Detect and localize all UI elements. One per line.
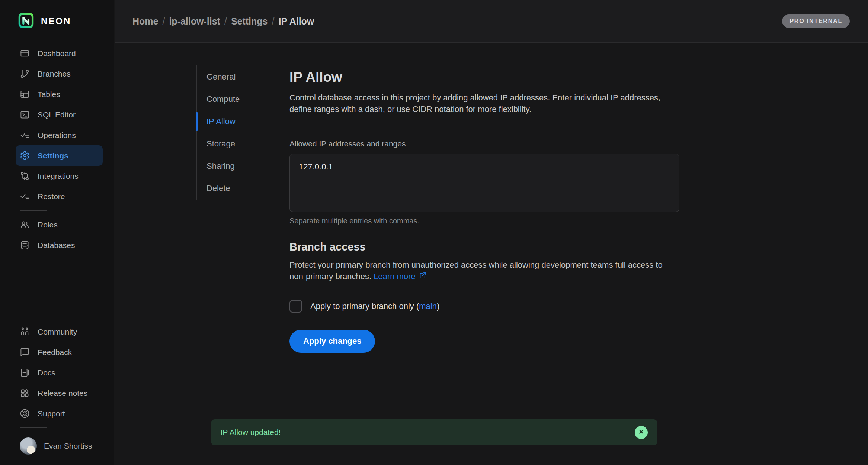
sidebar-item-databases[interactable]: Databases	[16, 235, 103, 255]
sidebar-item-release-notes[interactable]: Release notes	[16, 383, 103, 403]
breadcrumb-current-page: IP Allow	[278, 16, 314, 27]
breadcrumb-separator: /	[162, 16, 165, 27]
integrations-icon	[20, 171, 30, 181]
sidebar-item-settings[interactable]: Settings	[16, 145, 103, 166]
sidebar-item-feedback[interactable]: Feedback	[16, 342, 103, 362]
sidebar-item-label: SQL Editor	[38, 110, 76, 119]
external-link-icon	[419, 271, 427, 282]
checkbox-label-prefix: Apply to primary branch only (	[310, 301, 419, 311]
topbar: Home / ip-allow-list / Settings / IP All…	[115, 0, 868, 43]
sidebar-nav-workspace: Roles Databases	[0, 214, 114, 255]
restore-icon	[20, 191, 30, 201]
sidebar-item-label: Settings	[38, 151, 68, 160]
support-icon	[20, 409, 30, 419]
sidebar-spacer	[0, 255, 114, 322]
sidebar-item-label: Databases	[38, 241, 75, 250]
sidebar-item-label: Operations	[38, 131, 76, 140]
page-description: Control database access in this project …	[289, 92, 669, 115]
sidebar-divider	[20, 210, 47, 211]
apply-changes-button[interactable]: Apply changes	[289, 330, 375, 353]
ip-addresses-textarea[interactable]: 127.0.0.1	[289, 154, 679, 212]
breadcrumb-home[interactable]: Home	[132, 16, 158, 27]
toast-close-button[interactable]	[635, 426, 648, 439]
sidebar-item-label: Support	[38, 409, 65, 418]
settings-tab-storage[interactable]: Storage	[197, 133, 289, 155]
brand-wordmark: NEON	[41, 16, 71, 26]
branch-access-description-text: Protect your primary branch from unautho…	[289, 260, 663, 281]
sidebar-item-tables[interactable]: Tables	[16, 84, 103, 104]
sidebar-item-roles[interactable]: Roles	[16, 214, 103, 235]
sidebar-item-support[interactable]: Support	[16, 403, 103, 424]
settings-subnav: General Compute IP Allow Storage Sharing…	[196, 65, 289, 200]
neon-logomark-icon	[18, 12, 34, 30]
x-icon	[638, 429, 644, 436]
settings-tab-compute[interactable]: Compute	[197, 88, 289, 110]
toast-message: IP Allow updated!	[221, 428, 281, 437]
sidebar-item-label: Dashboard	[38, 49, 76, 58]
sidebar-item-label: Community	[38, 327, 77, 336]
primary-branch-checkbox-label: Apply to primary branch only (main)	[310, 301, 439, 311]
ip-allow-panel: IP Allow Control database access in this…	[289, 65, 679, 465]
sidebar-item-restore[interactable]: Restore	[16, 186, 103, 207]
success-toast: IP Allow updated!	[211, 419, 657, 445]
learn-more-label: Learn more	[374, 271, 416, 282]
settings-tab-ip-allow[interactable]: IP Allow	[197, 110, 289, 133]
sidebar-item-label: Feedback	[38, 348, 72, 357]
page-title: IP Allow	[289, 70, 679, 85]
sidebar-item-dashboard[interactable]: Dashboard	[16, 43, 103, 64]
sql-editor-icon	[20, 110, 30, 120]
sidebar-item-label: Release notes	[38, 389, 87, 398]
sidebar-item-label: Tables	[38, 90, 60, 99]
feedback-icon	[20, 347, 30, 357]
settings-tab-delete[interactable]: Delete	[197, 177, 289, 200]
docs-icon	[20, 368, 30, 378]
settings-gear-icon	[20, 151, 30, 161]
branch-name-link[interactable]: main	[419, 301, 437, 311]
breadcrumb-separator: /	[272, 16, 275, 27]
primary-branch-checkbox[interactable]	[289, 300, 302, 313]
dashboard-icon	[20, 48, 30, 58]
sidebar-item-label: Restore	[38, 192, 65, 201]
brand-logo[interactable]: NEON	[18, 13, 114, 30]
sidebar-item-integrations[interactable]: Integrations	[16, 166, 103, 186]
breadcrumb-separator: /	[224, 16, 227, 27]
plan-badge: PRO INTERNAL	[782, 14, 850, 28]
release-notes-icon	[20, 388, 30, 398]
sidebar-nav-footer: Community Feedback Docs Release notes	[0, 322, 114, 424]
main-content: General Compute IP Allow Storage Sharing…	[115, 43, 868, 465]
sidebar-item-label: Integrations	[38, 172, 79, 181]
user-name: Evan Shortiss	[44, 442, 92, 451]
sidebar-item-label: Docs	[38, 368, 55, 377]
roles-icon	[20, 220, 30, 230]
breadcrumb: Home / ip-allow-list / Settings / IP All…	[132, 16, 314, 27]
sidebar-item-operations[interactable]: Operations	[16, 125, 103, 145]
app-root: NEON Dashboard Branches Tables	[0, 0, 868, 465]
sidebar: NEON Dashboard Branches Tables	[0, 0, 114, 465]
sidebar-item-label: Branches	[38, 70, 71, 78]
tables-icon	[20, 89, 30, 99]
breadcrumb-project[interactable]: ip-allow-list	[169, 16, 220, 27]
ip-field-helper: Separate multiple entries with commas.	[289, 217, 679, 225]
operations-icon	[20, 130, 30, 140]
learn-more-link[interactable]: Learn more	[374, 271, 427, 282]
settings-tab-general[interactable]: General	[197, 66, 289, 88]
branches-icon	[20, 69, 30, 79]
user-avatar	[20, 437, 37, 455]
sidebar-item-branches[interactable]: Branches	[16, 64, 103, 84]
sidebar-item-label: Roles	[38, 220, 58, 229]
checkbox-label-suffix: )	[437, 301, 439, 311]
ip-field-label: Allowed IP addresses and ranges	[289, 139, 679, 148]
branch-access-description: Protect your primary branch from unautho…	[289, 259, 669, 282]
sidebar-item-docs[interactable]: Docs	[16, 362, 103, 383]
sidebar-item-community[interactable]: Community	[16, 322, 103, 342]
community-icon	[20, 327, 30, 337]
primary-branch-checkbox-row: Apply to primary branch only (main)	[289, 300, 679, 313]
settings-tab-sharing[interactable]: Sharing	[197, 155, 289, 177]
breadcrumb-settings[interactable]: Settings	[231, 16, 268, 27]
user-menu[interactable]: Evan Shortiss	[16, 437, 114, 455]
sidebar-nav-main: Dashboard Branches Tables SQL Editor	[0, 43, 114, 207]
databases-icon	[20, 240, 30, 250]
sidebar-item-sql-editor[interactable]: SQL Editor	[16, 104, 103, 125]
sidebar-divider	[20, 427, 47, 428]
branch-access-title: Branch access	[289, 241, 679, 253]
